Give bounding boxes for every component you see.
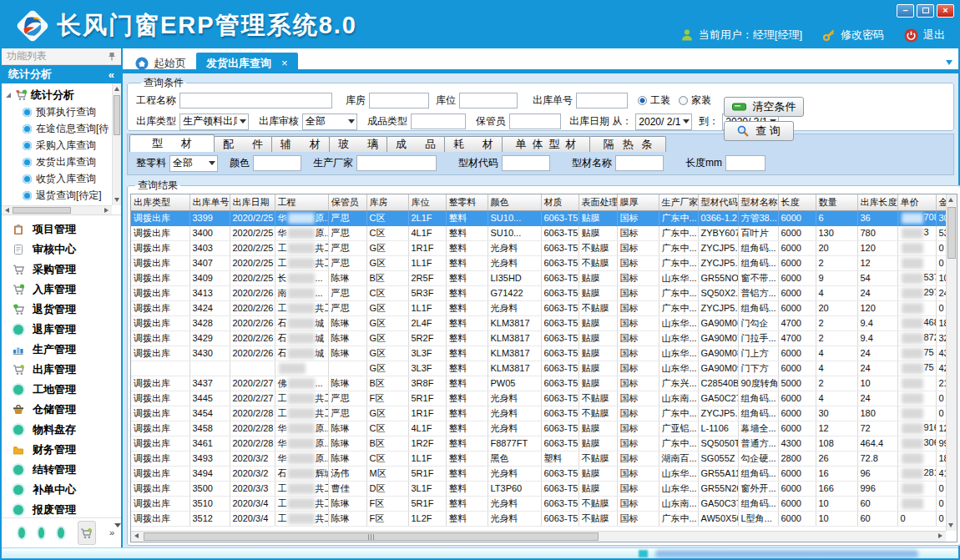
clear-conditions-button[interactable]: 清空条件 bbox=[724, 97, 804, 117]
radio-home-outfit[interactable]: 家装 bbox=[679, 93, 711, 108]
column-header-表面处理[interactable]: 表面处理 bbox=[579, 194, 617, 210]
pin-icon[interactable] bbox=[108, 52, 116, 61]
material-tab-配件[interactable]: 配件 bbox=[214, 136, 272, 152]
close-button[interactable]: × bbox=[937, 4, 954, 18]
scroll-right-icon[interactable] bbox=[104, 208, 109, 213]
sidebar-item-报废管理[interactable]: 报废管理 bbox=[12, 500, 121, 517]
sidebar-item-仓储管理[interactable]: 仓储管理 bbox=[12, 400, 121, 420]
collapse-icon[interactable]: « bbox=[109, 68, 114, 81]
table-row[interactable]: 调拨出库34452020/2/27工共工程严思F区5R1F整料光身料6063-T… bbox=[131, 391, 956, 406]
table-row[interactable]: 调拨出库34242020/2/26工共工程严思G区1L1F整料光身料6063-T… bbox=[131, 300, 956, 315]
column-header-膜厚[interactable]: 膜厚 bbox=[617, 194, 659, 210]
scroll-down-icon[interactable] bbox=[114, 198, 119, 202]
table-row[interactable]: 调拨出库34092020/2/25长...陈琳B区2R5F整料LI35HD606… bbox=[131, 270, 956, 285]
tree-root-node[interactable]: 统计分析 bbox=[6, 87, 112, 103]
minimize-button[interactable]: – bbox=[897, 4, 914, 18]
table-row[interactable]: 调拨出库34942020/3/2石辉城汤伟M区5R1F整料光身料6063-T5贴… bbox=[131, 466, 956, 481]
tree-item[interactable]: 发货出库查询 bbox=[23, 154, 112, 170]
tab-home[interactable]: 起始页 bbox=[125, 53, 196, 73]
location-input[interactable] bbox=[459, 93, 518, 108]
warehouse-input[interactable] bbox=[369, 93, 429, 108]
table-row[interactable]: 调拨出库34292020/2/26石城陈琳G区5R2F整料KLM38176063… bbox=[131, 330, 956, 346]
date-from-select[interactable]: 2020/ 2/16 bbox=[635, 114, 692, 130]
material-tab-耗材[interactable]: 耗材 bbox=[444, 136, 503, 152]
column-header-数量[interactable]: 数量 bbox=[816, 194, 857, 210]
column-header-单价[interactable]: 单价 bbox=[897, 194, 936, 210]
column-header-长度[interactable]: 长度 bbox=[778, 194, 816, 210]
radio-work-outfit[interactable]: 工装 bbox=[638, 93, 670, 108]
tree-vertical-scrollbar[interactable] bbox=[112, 83, 121, 205]
sidebar-item-补单中心[interactable]: 补单中心 bbox=[12, 480, 121, 500]
scrollbar-thumb[interactable] bbox=[947, 207, 956, 259]
table-row[interactable]: 调拨出库33992020/2/25华原...严思C区2L1F整料SU10...6… bbox=[131, 210, 956, 225]
column-header-保管员[interactable]: 保管员 bbox=[328, 194, 366, 210]
scroll-left-icon[interactable] bbox=[134, 533, 139, 538]
tree-item[interactable]: 采购入库查询 bbox=[23, 137, 112, 154]
column-header-颜色[interactable]: 颜色 bbox=[488, 194, 541, 210]
audit-select[interactable]: 全部 bbox=[302, 114, 357, 130]
module-dot-icon[interactable] bbox=[38, 527, 45, 538]
overflow-chevron[interactable]: » bbox=[109, 529, 121, 537]
grid-vertical-scrollbar[interactable] bbox=[946, 194, 957, 531]
close-tab-icon[interactable]: × bbox=[281, 57, 288, 69]
table-row[interactable]: 调拨出库35122020/3/4工共工程陈琳F区1L2F整料光身料6063-T5… bbox=[131, 511, 956, 526]
tree-horizontal-scrollbar[interactable] bbox=[2, 205, 112, 214]
column-header-材质[interactable]: 材质 bbox=[541, 194, 579, 210]
table-row[interactable]: 调拨出库35102020/3/4工共工程陈琳F区5R1F整料光身料6063-T5… bbox=[131, 496, 956, 511]
column-header-出库日期[interactable]: 出库日期 bbox=[230, 194, 275, 210]
expander-icon[interactable] bbox=[6, 93, 11, 98]
scroll-right-icon[interactable] bbox=[938, 533, 942, 538]
project-name-input[interactable] bbox=[179, 93, 332, 108]
sidebar-item-物料盘存[interactable]: 物料盘存 bbox=[12, 420, 121, 440]
material-tab-玻璃[interactable]: 玻璃 bbox=[329, 136, 387, 152]
table-row[interactable]: 调拨出库34302020/2/26石城陈琳G区3L3F整料KLM38176063… bbox=[131, 346, 956, 361]
material-tab-单体型材[interactable]: 单体型材 bbox=[502, 136, 590, 152]
sidebar-item-财务管理[interactable]: 财务管理 bbox=[12, 440, 121, 460]
change-password-link[interactable]: 修改密码 bbox=[841, 28, 884, 43]
table-row[interactable]: 调拨出库34612020/2/28华原...陈琳B区1R2F整料F8877FT6… bbox=[131, 436, 956, 451]
table-row[interactable]: 调拨出库34032020/2/25工共工程严思G区1R1F整料光身料6063-T… bbox=[131, 240, 956, 255]
outbound-type-select[interactable]: 生产领料出库 bbox=[179, 114, 249, 130]
sidebar-item-项目管理[interactable]: 项目管理 bbox=[12, 219, 121, 240]
scrollbar-thumb[interactable] bbox=[13, 207, 71, 214]
scroll-down-icon[interactable] bbox=[948, 523, 953, 527]
sidebar-item-入库管理[interactable]: 入库管理 bbox=[12, 280, 121, 300]
column-header-出库类型[interactable]: 出库类型 bbox=[131, 194, 189, 210]
tree-item[interactable]: 退货查询[待定] bbox=[23, 187, 112, 204]
scrollbar-thumb[interactable] bbox=[144, 532, 599, 541]
column-header-整零料[interactable]: 整零料 bbox=[446, 194, 488, 210]
scroll-up-icon[interactable] bbox=[948, 198, 953, 202]
module-dot-icon[interactable] bbox=[18, 527, 25, 538]
table-row[interactable]: 调拨出库34542020/2/28工共工程严思G区1R1F整料光身料6063-T… bbox=[131, 406, 956, 421]
logout-link[interactable]: 退出 bbox=[923, 28, 945, 43]
maximize-button[interactable] bbox=[917, 4, 934, 18]
tree-item[interactable]: 预算执行查询 bbox=[23, 103, 112, 120]
part-type-select[interactable]: 全部 bbox=[169, 155, 218, 172]
sidebar-item-退货管理[interactable]: 退货管理 bbox=[12, 300, 121, 320]
search-button[interactable]: 查 询 bbox=[724, 121, 794, 141]
sidebar-item-审核中心[interactable]: 审核中心 bbox=[12, 240, 121, 260]
table-row[interactable]: 调拨出库35002020/3/3工共工程曹佳D区3L1F整料LT3P606063… bbox=[131, 481, 956, 496]
length-input[interactable] bbox=[725, 155, 765, 171]
column-header-型材代码[interactable]: 型材代码 bbox=[698, 194, 738, 210]
scroll-left-icon[interactable] bbox=[5, 208, 9, 213]
tree-item[interactable]: 在途信息查询[待 bbox=[23, 120, 112, 137]
column-header-库房[interactable]: 库房 bbox=[366, 194, 408, 210]
sidebar-item-采购管理[interactable]: 采购管理 bbox=[12, 260, 121, 280]
table-row[interactable]: 调拨出库34582020/2/28华原...陈琳C区4L1F整料光身料6063-… bbox=[131, 421, 956, 436]
color-input[interactable] bbox=[253, 155, 301, 171]
order-no-input[interactable] bbox=[576, 93, 628, 108]
scrollbar-thumb[interactable] bbox=[114, 95, 120, 135]
profile-code-input[interactable] bbox=[502, 155, 550, 171]
column-header-库位[interactable]: 库位 bbox=[408, 194, 446, 210]
profile-name-input[interactable] bbox=[615, 155, 664, 171]
table-row[interactable]: 调拨出库34072020/2/25工共工程严思G区1L1F整料光身料6063-T… bbox=[131, 255, 956, 270]
column-header-型材名称[interactable]: 型材名称 bbox=[738, 194, 778, 210]
table-row[interactable]: G区3L3F整料KLM38176063-T5贴膜国标山东华...GA90M09.… bbox=[131, 361, 956, 376]
tree-item[interactable]: 收货入库查询 bbox=[23, 170, 112, 187]
table-row[interactable]: 调拨出库34932020/3/2华原...陈琳C区1L1F整料黑色塑料不贴膜国标… bbox=[131, 451, 956, 466]
material-tab-型材[interactable]: 型材 bbox=[129, 134, 215, 152]
material-tab-成品[interactable]: 成品 bbox=[387, 136, 445, 152]
tab-overflow-icon[interactable] bbox=[946, 60, 952, 65]
table-row[interactable]: 调拨出库34282020/2/26石城陈琳G区2L4F整料KLM38176063… bbox=[131, 315, 956, 330]
